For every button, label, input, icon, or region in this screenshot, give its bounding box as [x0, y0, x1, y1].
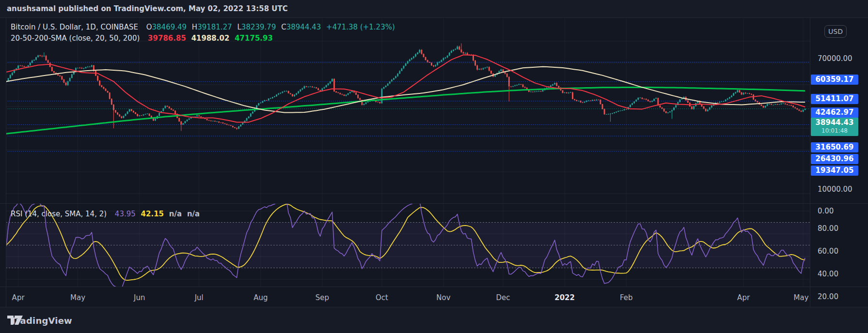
time-axis-label: Apr — [12, 293, 25, 302]
time-axis-label: Apr — [737, 293, 750, 302]
close-label: C — [281, 23, 286, 31]
price-alert-badge[interactable]: 19347.05 — [811, 166, 858, 176]
high-label: H — [192, 23, 197, 31]
time-axis-label: Feb — [620, 293, 633, 302]
close-value: 38944.43 — [286, 23, 321, 31]
rsi-sma-value: 42.15 — [141, 210, 164, 218]
symbol-legend: Bitcoin / U.S. Dollar, 1D, COINBASE O384… — [11, 23, 398, 31]
high-value: 39181.27 — [197, 23, 232, 31]
sma200-value: 47175.93 — [235, 34, 273, 43]
rsi-value: 43.95 — [115, 210, 136, 218]
price-alert-badge[interactable]: 31650.69 — [811, 142, 858, 152]
pane-divider[interactable] — [0, 203, 868, 204]
widget-top-border — [0, 17, 868, 18]
chart-widget: Bitcoin / U.S. Dollar, 1D, COINBASE O384… — [0, 17, 868, 307]
rsi-scale-label: 60.00 — [818, 247, 838, 256]
price-axis[interactable]: USD 70000.0010000.000.0080.0060.0040.002… — [810, 17, 868, 307]
rsi-band-upper-value: n/a — [169, 210, 182, 218]
open-value: 38469.49 — [152, 23, 187, 31]
price-alert-badge[interactable]: 42462.97 — [811, 107, 858, 118]
rsi-scale-label: 40.00 — [818, 270, 838, 278]
time-axis-label: Aug — [253, 293, 268, 302]
price-scale-label: 70000.00 — [818, 54, 852, 63]
symbol-title[interactable]: Bitcoin / U.S. Dollar, 1D, COINBASE — [11, 23, 138, 31]
time-axis-border — [0, 287, 868, 287]
time-axis[interactable]: AprMayJunJulAugSepOctNovDec2022FebAprMay — [0, 287, 810, 307]
footer-bar: TradingView — [0, 307, 868, 333]
time-axis-label: Nov — [436, 293, 450, 302]
rsi-scale-label: 80.00 — [818, 224, 838, 233]
price-alert-badge[interactable]: 60359.17 — [811, 75, 858, 85]
tradingview-published-chart: anushsamal published on TradingView.com,… — [0, 0, 868, 333]
rsi-legend: RSI (14, close, SMA, 14, 2) 43.95 42.15 … — [11, 210, 203, 218]
attribution-text: anushsamal published on TradingView.com,… — [7, 4, 288, 13]
current-price-badge[interactable]: 38944.4310:01:48 — [811, 117, 858, 136]
low-value: 38239.79 — [241, 23, 276, 31]
open-label: O — [146, 23, 152, 31]
time-axis-label: May — [793, 293, 808, 302]
time-axis-label: Jun — [134, 293, 145, 302]
main-chart-canvas[interactable] — [6, 17, 810, 203]
time-axis-label: Jul — [195, 293, 204, 302]
price-scale-label: 0.00 — [818, 207, 834, 215]
tradingview-logo-icon — [7, 314, 23, 327]
tradingview-logo-link[interactable]: TradingView — [7, 313, 72, 328]
price-alert-badge[interactable]: 26430.96 — [811, 154, 858, 164]
sma50-value: 41988.02 — [191, 34, 230, 43]
time-axis-label: Dec — [496, 293, 510, 302]
rsi-title[interactable]: RSI (14, close, SMA, 14, 2) — [11, 210, 107, 218]
time-axis-label: Oct — [376, 293, 388, 302]
sma-title[interactable]: 20-50-200-SMA (close, 20, 50, 200) — [11, 34, 140, 43]
current-price-value: 38944.43 — [811, 118, 858, 127]
price-scale-label: 10000.00 — [818, 185, 852, 194]
attribution-bar: anushsamal published on TradingView.com,… — [0, 0, 868, 17]
currency-button[interactable]: USD — [824, 25, 847, 38]
change-value: +471.38 (+1.23%) — [326, 23, 395, 31]
widget-left-border — [6, 17, 6, 307]
low-label: L — [237, 23, 241, 31]
price-alert-badge[interactable]: 51411.07 — [811, 94, 858, 104]
rsi-band-lower-value: n/a — [187, 210, 200, 218]
time-axis-label: May — [70, 293, 85, 302]
time-axis-label: 2022 — [554, 293, 575, 302]
sma20-value: 39786.85 — [148, 34, 186, 43]
bar-countdown: 10:01:48 — [811, 127, 858, 134]
rsi-scale-label: 20.00 — [818, 292, 838, 301]
time-axis-label: Sep — [316, 293, 329, 302]
sma-legend: 20-50-200-SMA (close, 20, 50, 200) 39786… — [11, 34, 276, 43]
